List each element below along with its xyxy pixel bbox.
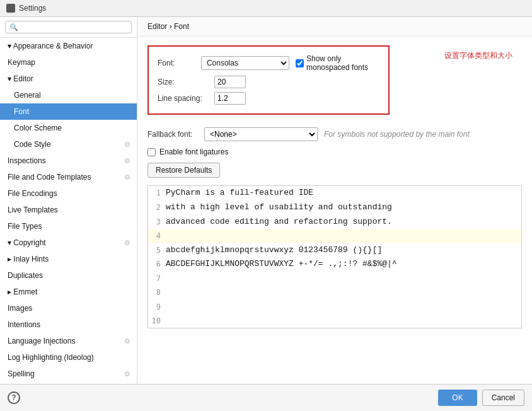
sidebar-item-label-copyright: ▾ Copyright	[8, 237, 46, 248]
line-number: 1	[148, 187, 166, 199]
size-row: Size:	[158, 76, 379, 88]
preview-line: 3advanced code editing and refactoring s…	[148, 215, 521, 229]
gear-icon-copyright: ⚙	[124, 238, 130, 248]
title-text: Settings	[19, 4, 46, 13]
size-input[interactable]	[214, 76, 246, 88]
title-bar: Settings	[0, 0, 532, 17]
gear-icon-inspections: ⚙	[124, 156, 130, 166]
line-number: 2	[148, 201, 166, 214]
sidebar-item-label-code-style: Code Style	[14, 139, 51, 150]
ligatures-label[interactable]: Enable font ligatures	[159, 148, 228, 156]
search-input[interactable]	[5, 21, 132, 33]
annotation-label: 设置字体类型和大小	[444, 50, 512, 61]
bottom-left: ?	[8, 391, 20, 404]
sidebar-item-copyright[interactable]: ▾ Copyright⚙	[0, 234, 137, 251]
sidebar-item-label-log-highlighting: Log Highlighting (Ideolog)	[8, 352, 94, 363]
gear-icon-code-style: ⚙	[124, 139, 130, 150]
line-content: with a high level of usability and outst…	[166, 201, 392, 214]
preview-line: 2with a high level of usability and outs…	[148, 200, 521, 215]
restore-defaults-button[interactable]: Restore Defaults	[147, 163, 220, 178]
sidebar-item-file-types[interactable]: File Types	[0, 218, 137, 234]
sidebar-item-spelling[interactable]: Spelling⚙	[0, 366, 137, 382]
bottom-right: OK Cancel	[438, 390, 524, 406]
sidebar-item-label-spelling: Spelling	[8, 368, 35, 379]
preview-box: 1PyCharm is a full-featured IDE2with a h…	[147, 185, 522, 328]
sidebar-item-label-keymap: Keymap	[8, 57, 35, 68]
sidebar-item-label-duplicates: Duplicates	[8, 270, 43, 281]
line-number: 7	[148, 272, 166, 285]
font-label: Font:	[158, 59, 201, 67]
ok-button[interactable]: OK	[438, 390, 477, 406]
line-spacing-label: Line spacing:	[158, 94, 214, 103]
line-number: 10	[148, 315, 166, 327]
line-number: 8	[148, 286, 166, 299]
line-spacing-input[interactable]	[214, 92, 246, 105]
sidebar-item-emmet[interactable]: ▸ Emmet	[0, 284, 137, 300]
monospaced-checkbox-row: Show only monospaced fonts	[296, 54, 379, 72]
preview-line: 6ABCDEFGHIJKLMNOPQRSTUVWXYZ +-*/= .,;:!?…	[148, 257, 521, 272]
font-select[interactable]: Consolas Courier New Monospace	[201, 56, 289, 70]
ligatures-row: Enable font ligatures	[147, 148, 522, 156]
sidebar-item-keymap[interactable]: Keymap	[0, 54, 137, 71]
breadcrumb-path: Editor	[147, 22, 167, 31]
sidebar-item-font[interactable]: Font	[0, 103, 137, 120]
sidebar-item-label-font: Font	[14, 106, 29, 117]
line-content: ABCDEFGHIJKLMNOPQRSTUVWXYZ +-*/= .,;:!? …	[166, 258, 397, 271]
preview-line: 5abcdefghijklmnopqrstuvwxyz 0123456789 (…	[148, 243, 521, 258]
sidebar-item-file-encodings[interactable]: File Encodings	[0, 185, 137, 202]
line-spacing-row: Line spacing:	[158, 92, 379, 105]
sidebar-items: ▾ Appearance & BehaviorKeymap▾ Editor Ge…	[0, 38, 137, 384]
sidebar-item-label-file-encodings: File Encodings	[8, 188, 57, 199]
sidebar-item-live-templates[interactable]: Live Templates	[0, 202, 137, 218]
sidebar-item-inlay-hints[interactable]: ▸ Inlay Hints	[0, 251, 137, 267]
sidebar-item-duplicates[interactable]: Duplicates	[0, 267, 137, 284]
sidebar-item-log-highlighting[interactable]: Log Highlighting (Ideolog)	[0, 349, 137, 366]
sidebar-item-color-scheme[interactable]: Color Scheme	[0, 120, 137, 136]
sidebar-item-images[interactable]: Images	[0, 300, 137, 316]
sidebar-item-intentions[interactable]: Intentions	[0, 316, 137, 333]
bottom-bar: ? OK Cancel	[0, 384, 532, 411]
sidebar-item-file-and-code-templates[interactable]: File and Code Templates⚙	[0, 169, 137, 185]
monospaced-checkbox[interactable]	[296, 59, 304, 67]
sidebar-item-label-editor: ▾ Editor	[8, 73, 33, 84]
help-button[interactable]: ?	[8, 391, 20, 404]
sidebar-item-label-appearance: ▾ Appearance & Behavior	[8, 40, 93, 52]
monospaced-label[interactable]: Show only monospaced fonts	[306, 54, 379, 72]
line-number: 3	[148, 216, 166, 228]
sidebar-item-inspections[interactable]: Inspections⚙	[0, 153, 137, 169]
preview-line: 1PyCharm is a full-featured IDE	[148, 186, 521, 200]
settings-icon	[6, 4, 15, 13]
preview-line: 8	[148, 286, 521, 299]
fallback-hint: For symbols not supported by the main fo…	[324, 130, 470, 139]
cancel-button[interactable]: Cancel	[482, 390, 524, 406]
sidebar-item-label-intentions: Intentions	[8, 319, 40, 330]
breadcrumb-current: Font	[174, 22, 189, 31]
sidebar-item-label-inspections: Inspections	[8, 155, 46, 166]
font-row: Font: Consolas Courier New Monospace Sho…	[158, 54, 379, 72]
search-bar	[0, 17, 137, 38]
sidebar-item-label-language-injections: Language Injections	[8, 335, 75, 347]
fallback-row: Fallback font: <None> For symbols not su…	[147, 127, 522, 141]
fallback-label: Fallback font:	[147, 130, 204, 139]
main-container: ▾ Appearance & BehaviorKeymap▾ Editor Ge…	[0, 17, 532, 384]
sidebar-item-label-emmet: ▸ Emmet	[8, 286, 37, 298]
ligatures-checkbox[interactable]	[147, 148, 156, 156]
sidebar-item-appearance[interactable]: ▾ Appearance & Behavior	[0, 38, 137, 54]
font-settings-container: Font: Consolas Courier New Monospace Sho…	[147, 45, 453, 121]
sidebar-item-general[interactable]: General	[0, 87, 137, 103]
sidebar-item-label-file-and-code-templates: File and Code Templates	[8, 171, 91, 183]
breadcrumb-separator: ›	[167, 22, 174, 31]
sidebar-item-label-file-types: File Types	[8, 221, 42, 232]
breadcrumb: Editor › Font	[137, 17, 532, 37]
fallback-select[interactable]: <None>	[204, 127, 318, 141]
line-number: 5	[148, 244, 166, 257]
preview-line: 9	[148, 300, 521, 314]
sidebar-item-code-style[interactable]: Code Style⚙	[0, 136, 137, 153]
sidebar-item-label-general: General	[14, 90, 41, 101]
preview-line: 4	[148, 229, 521, 243]
sidebar-item-editor[interactable]: ▾ Editor	[0, 71, 137, 87]
preview-line: 10	[148, 314, 521, 328]
sidebar-item-language-injections[interactable]: Language Injections⚙	[0, 333, 137, 349]
line-content: PyCharm is a full-featured IDE	[166, 187, 313, 200]
line-content: abcdefghijklmnopqrstuvwxyz 0123456789 ()…	[166, 244, 382, 257]
